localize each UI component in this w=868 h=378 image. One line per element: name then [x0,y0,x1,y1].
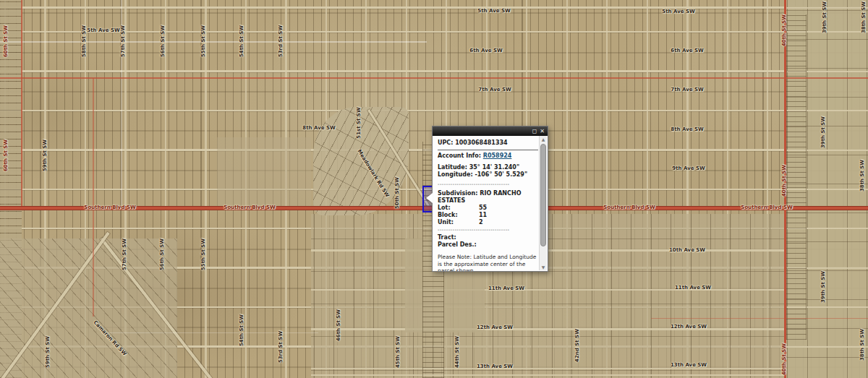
street-label: 7th Ave SW [671,87,703,93]
lot-label: Lot: [438,205,479,212]
street-label: 60th St SW [3,25,9,57]
street-label: 13th Ave SW [477,364,513,369]
street-label: 55th St SW [200,239,206,270]
unit-row: Unit:2 [438,219,538,226]
popup-note: Please Note: Latitude and Longitude is t… [438,254,538,271]
street-label: 55th St SW [200,25,206,57]
street-label: 13th Ave SW [671,362,707,368]
road-label: Southern Blvd SW [84,205,135,210]
street-label: 5th Ave SW [477,8,510,14]
scrollbar-thumb[interactable] [540,144,546,246]
popup-scrollbar[interactable]: ▲ ▼ [539,136,547,270]
street-label: 54th St SW [239,25,244,57]
unit-label: Unit: [438,219,479,226]
street-label: 56th St SW [160,25,166,57]
lot-value: 55 [479,205,487,212]
road-label: Southern Blvd SW [741,205,792,210]
subdivision-text: Subdivision: RIO RANCHO ESTATES [438,190,538,205]
block-label: Block: [438,212,479,219]
street-label: 5th Ave SW [662,9,694,14]
survey-line [101,332,318,333]
ladder-lots-east [786,14,807,340]
street-label: 8th Ave SW [302,125,335,131]
street-label: 5th Ave SW [87,27,119,33]
street-label: 45th St SW [395,336,401,368]
road-60th-st [21,0,22,210]
street-label: 12th Ave SW [477,325,513,330]
street-label: 59th St SW [45,336,51,368]
road-minor [93,78,94,317]
road-label: Southern Blvd SW [224,205,275,210]
account-info-line: Account Info: R058924 [438,153,538,160]
street-label: 40th St SW [781,165,787,197]
longitude-text: Longitude: -106° 50' 5.529" [438,171,538,179]
street-label: 7th Ave SW [478,87,511,93]
street-label: 53rd St SW [278,331,284,363]
street-label: 6th Ave SW [671,48,703,53]
street-label: 50th St SW [394,177,400,209]
scroll-up-icon[interactable]: ▲ [540,136,547,142]
map-canvas[interactable]: ◻ ✕ UPC: 1003068481334 Account Info: R05… [0,0,868,378]
street-label: 58th St SW [81,25,87,57]
scroll-down-icon[interactable]: ▼ [540,264,547,270]
account-info-label: Account Info: [438,153,481,159]
street-label: 53rd St SW [278,25,284,57]
account-info-link[interactable]: R058924 [483,153,512,159]
street-label: 11th Ave SW [488,285,524,291]
street-label: 40th St SW [781,343,787,375]
road-boundary-north [0,77,868,79]
street-label: 40th St SW [781,14,787,46]
maximize-icon[interactable]: ◻ [532,128,537,134]
street-label: 60th St SW [3,139,9,171]
street-label: 57th St SW [122,239,127,270]
upc-text: UPC: 1003068481334 [438,139,538,147]
street-label: 8th Ave SW [671,126,703,132]
latitude-text: Latitude: 35° 14' 31.240" [438,164,538,171]
popup-divider [438,150,538,150]
block-value: 11 [479,212,487,219]
lot-row: Lot:55 [438,205,538,212]
tract-label: Tract: [438,234,538,241]
dashed-divider: ---------------------------------- [438,227,538,233]
street-label: 38th St SW [859,160,865,192]
street-label: 39th St SW [820,116,826,148]
close-icon[interactable]: ✕ [540,128,545,134]
street-label: 38th St SW [861,1,867,33]
parcel-grid-south [311,214,786,378]
street-label: 12th Ave SW [671,324,707,330]
open-land [217,137,311,210]
popup-body: UPC: 1003068481334 Account Info: R058924… [433,136,540,271]
street-label: 54th St SW [239,314,244,346]
dashed-divider: ---------------------------------- [438,181,538,188]
street-label: 39th St SW [822,1,827,33]
street-label: 10th Ave SW [669,247,705,253]
survey-line [0,41,427,43]
street-label: 46th St SW [336,309,341,341]
street-label: 51st St SW [356,107,362,138]
street-label: 39th St SW [820,271,826,303]
road-label: Southern Blvd SW [603,205,655,210]
popup-pointer [426,193,433,203]
parcel-des-label: Parcel Des.: [438,241,538,249]
street-label: 6th Ave SW [469,48,502,53]
street-label: 44th St SW [454,336,460,368]
parcel-info-popup: ◻ ✕ UPC: 1003068481334 Account Info: R05… [432,126,548,272]
street-label: 56th St SW [159,239,165,270]
street-label: 42nd St SW [574,329,580,362]
street-label: 11th Ave SW [675,285,711,291]
street-label: 38th St SW [859,329,865,361]
popup-titlebar[interactable]: ◻ ✕ [433,126,548,136]
road-minor [651,318,868,319]
street-label: 57th St SW [120,25,126,57]
block-row: Block:11 [438,212,538,219]
street-label: 9th Ave SW [672,166,705,171]
unit-value: 2 [479,219,483,226]
street-label: 59th St SW [42,139,48,171]
